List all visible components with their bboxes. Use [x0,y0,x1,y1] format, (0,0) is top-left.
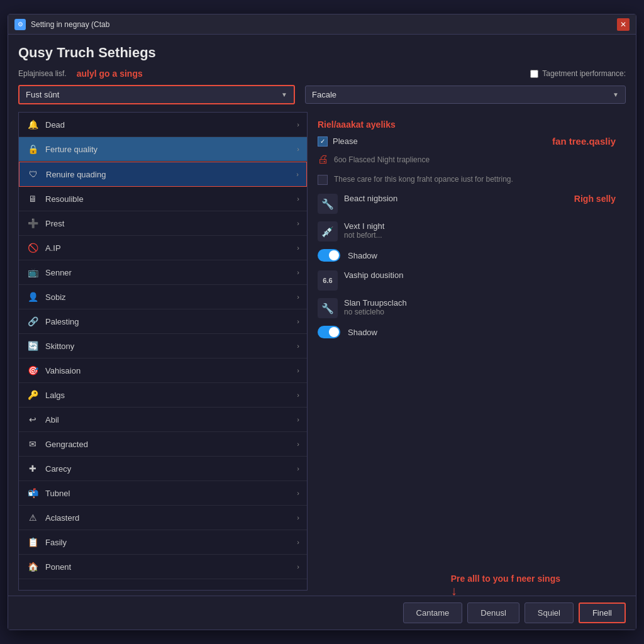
carecy-label: Carecy [45,464,297,474]
aip-icon: 🚫 [26,242,39,254]
prest-arrow: › [297,219,299,227]
settings-dialog: ⚙ Setting in negnay (Ctab ✕ Qusy Truch S… [8,14,636,630]
finell-button[interactable]: Finell [579,602,626,623]
performance-checkbox[interactable] [530,70,538,78]
squiel-button[interactable]: Squiel [525,602,574,623]
please-red-annotation: fan tree.qasliy [552,136,616,147]
list-item-renuire[interactable]: 🛡 Renuire quading › [19,162,307,187]
list-item-tubnel[interactable]: 📬 Tubnel › [19,481,307,506]
resoulible-label: Resoulible [45,194,297,204]
list-item-resoulible[interactable]: 🖥 Resoulible › [19,187,307,211]
list-item-fasily[interactable]: 📋 Fasily › [19,530,307,555]
please-checkbox[interactable]: ✓ [318,136,328,147]
beact-title: Beact nigbsion [344,194,568,203]
renuire-icon: 🛡 [27,168,40,180]
separator-icon: 🖨 [318,153,329,166]
list-item-abil[interactable]: ↩ Abil › [19,408,307,432]
title-bar-text: Setting in negnay (Ctab [31,20,617,29]
abil-icon: ↩ [26,413,39,426]
vaship-text: Vaship dousition [344,270,616,280]
carecy-arrow: › [297,465,299,472]
fasily-icon: 📋 [26,536,39,548]
ponent-arrow: › [297,563,299,570]
info-text: These care for this kong fraht opance iu… [334,174,513,185]
vahisaion-arrow: › [297,367,299,374]
renuire-label: Renuire quading [46,170,296,179]
gengracted-icon: ✉ [26,438,39,450]
separator-label: 6oo Flasced Night traplience [334,155,430,164]
explain-label: Eplajnisea lisf. [18,69,67,78]
list-item-gengracted[interactable]: ✉ Gengracted › [19,432,307,457]
vext-icon: 💉 [318,221,338,242]
slan-subtitle: no seticleho [344,308,616,316]
gengracted-arrow: › [297,440,299,448]
beact-icon: 🔧 [318,194,338,214]
lalgs-arrow: › [297,391,299,399]
aip-label: A.IP [45,243,297,253]
list-item-palesting[interactable]: 🔗 Palesting › [19,309,307,334]
right-section-title: Riel/aaakat ayeliks [318,119,616,130]
list-item-sobiz[interactable]: 👤 Sobiz › [19,285,307,309]
abil-arrow: › [297,416,299,423]
list-item-vahisaion[interactable]: 🎯 Vahisaion › [19,358,307,383]
vaship-title: Vaship dousition [344,270,616,280]
gengracted-label: Gengracted [45,440,297,449]
left-dropdown[interactable]: Fust sūnt ▼ [18,85,295,104]
please-checkbox-row: ✓ Please fan tree.qasliy [318,136,616,147]
senner-icon: 📺 [26,266,39,279]
toggle-shadow-1: Shadow [318,249,616,262]
skittony-arrow: › [297,342,299,350]
info-checkbox[interactable] [318,175,328,185]
senner-arrow: › [297,269,299,276]
sobiz-label: Sobiz [45,292,297,302]
shadow-label-2: Shadow [348,328,377,337]
ponent-label: Ponent [45,562,297,572]
shadow-label-1: Shadow [348,251,377,260]
list-item-senner[interactable]: 📺 Senner › [19,260,307,285]
dead-arrow: › [297,121,299,128]
tubnel-icon: 📬 [26,487,39,499]
vext-text: Vext I night not befort... [344,221,616,240]
list-item-carecy[interactable]: ✚ Carecy › [19,457,307,481]
abil-label: Abil [45,415,297,425]
senner-label: Senner [45,268,297,277]
cantame-button[interactable]: Cantame [403,602,463,623]
palesting-arrow: › [297,318,299,325]
aclasterd-label: Aclasterd [45,513,297,523]
red-annotation-top: aulyl go a sings [77,69,143,79]
shadow-toggle-2[interactable] [318,326,340,338]
lalgs-label: Lalgs [45,391,297,400]
slan-title: Slan Truupsclach [344,298,616,308]
bottom-annotation: Pre alll to you f neer sings ↓ [451,574,560,598]
shadow-toggle-1[interactable] [318,249,340,262]
slan-icon: 🔧 [318,298,338,318]
list-item-lalgs[interactable]: 🔑 Lalgs › [19,383,307,408]
ferture-icon: 🔒 [26,143,39,155]
carecy-icon: ✚ [26,462,39,475]
top-controls: Eplajnisea lisf. aulyl go a sings Tagetm… [18,69,626,79]
close-button[interactable]: ✕ [617,18,630,31]
dead-icon: 🔔 [26,118,39,131]
tubnel-label: Tubnel [45,489,297,498]
list-item-aclasterd[interactable]: ⚠ Aclasterd › [19,506,307,530]
list-item-ferture-quality[interactable]: 🔒 Ferture quality › [19,137,307,162]
resoulible-icon: 🖥 [26,192,39,205]
denusl-button[interactable]: Denusl [467,602,519,623]
list-item-dead[interactable]: 🔔 Dead › [19,113,307,137]
list-item-aip[interactable]: 🚫 A.IP › [19,236,307,260]
aip-arrow: › [297,244,299,252]
left-dropdown-value: Fust sūnt [26,90,59,99]
sobiz-arrow: › [297,293,299,301]
list-item-skittony[interactable]: 🔄 Skittony › [19,334,307,358]
dead-label: Dead [45,120,297,130]
bottom-bar: Pre alll to you f neer sings ↓ Cantame D… [8,596,636,630]
vaship-icon: 6.6 [318,270,338,291]
checkbox-label[interactable]: Tagetment iperformance: [530,69,626,78]
right-item-beact: 🔧 Beact nigbsion Righ selly [318,194,616,214]
ferture-arrow: › [297,145,299,153]
list-item-prest[interactable]: ➕ Prest › [19,211,307,236]
list-item-ponent[interactable]: 🏠 Ponent › [19,555,307,579]
right-dropdown[interactable]: Facale ▼ [305,86,626,104]
fasily-label: Fasily [45,538,297,547]
right-dropdown-arrow: ▼ [613,91,619,98]
